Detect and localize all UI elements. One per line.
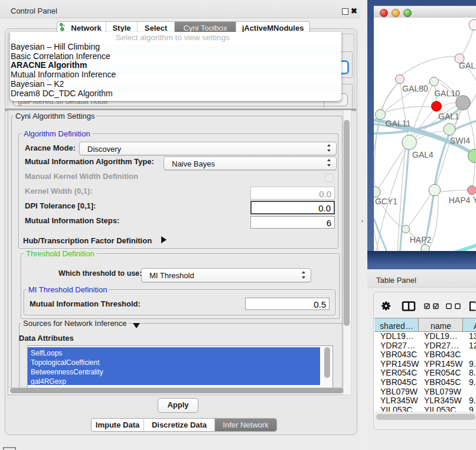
svg-text:GAL4: GAL4 — [412, 150, 433, 159]
svg-text:SWI4: SWI4 — [450, 136, 470, 145]
svg-text:GAL10: GAL10 — [434, 89, 460, 98]
svg-text:Y: Y — [472, 195, 476, 204]
svg-text:GAL11: GAL11 — [386, 119, 411, 128]
svg-text:HAP2: HAP2 — [410, 235, 432, 244]
svg-text:HAP4: HAP4 — [449, 195, 471, 205]
svg-text:GAL7: GAL7 — [459, 61, 476, 70]
svg-text:GAL80: GAL80 — [402, 84, 428, 93]
svg-text:GCY1: GCY1 — [375, 197, 397, 206]
svg-text:GAL1: GAL1 — [438, 112, 459, 121]
